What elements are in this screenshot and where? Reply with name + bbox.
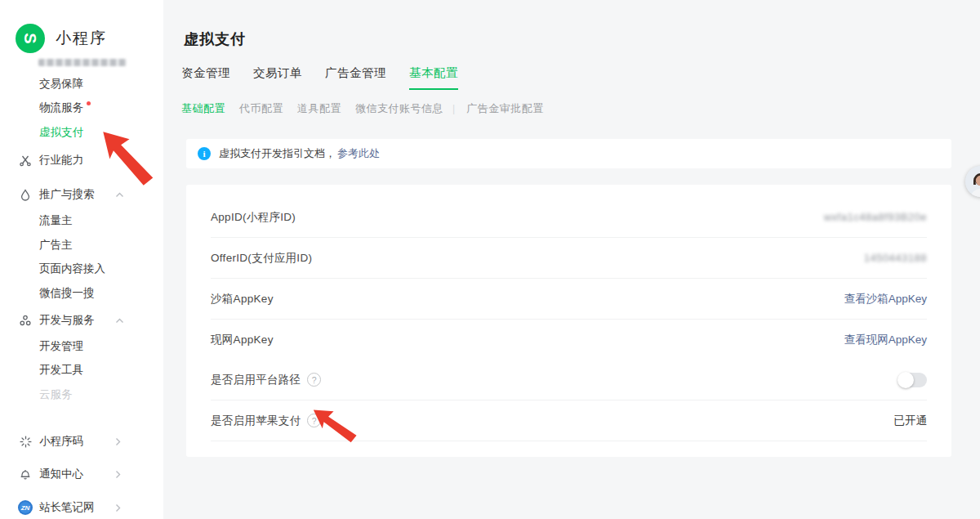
subtab-bar: 基础配置 代币配置 道具配置 微信支付账号信息 | 广告金审批配置 <box>181 101 558 116</box>
sidebar-item-logistics[interactable]: 物流服务 <box>0 96 163 119</box>
sidebar-item-obscured[interactable] <box>38 59 127 66</box>
tab-transaction-orders[interactable]: 交易订单 <box>253 65 302 90</box>
production-appkey-label: 现网AppKey <box>211 333 274 347</box>
config-card: AppID(小程序ID) wxfa1c48a8f93B20e OfferID(支… <box>186 185 951 457</box>
row-sandbox-appkey: 沙箱AppKey 查看沙箱AppKey <box>211 279 927 320</box>
app-logo-row: S 小程序 <box>16 24 107 53</box>
app-title: 小程序 <box>56 28 107 49</box>
chevron-up-icon[interactable] <box>115 192 124 198</box>
row-apple-pay: 是否启用苹果支付 ? 已开通 <box>211 400 927 441</box>
page-title: 虚拟支付 <box>184 29 246 49</box>
subtab-basic-config[interactable]: 基础配置 <box>181 101 225 116</box>
sidebar-item-dev-services[interactable]: 开发与服务 <box>0 309 163 332</box>
tab-bar: 资金管理 交易订单 广告金管理 基本配置 <box>181 65 481 90</box>
chevron-right-icon <box>115 470 121 479</box>
bell-icon <box>18 467 33 481</box>
sidebar-item-industry-capability[interactable]: 行业能力 <box>0 149 163 172</box>
sidebar-item-promotion-search[interactable]: 推广与搜索 <box>0 183 163 206</box>
svg-text:ZN: ZN <box>20 504 30 512</box>
subtab-divider: | <box>452 103 455 114</box>
help-icon[interactable]: ? <box>307 373 321 387</box>
mini-program-logo-icon: S <box>16 24 45 53</box>
appid-value: wxfa1c48a8f93B20e <box>824 211 927 223</box>
industry-icon <box>18 153 33 168</box>
tab-funds-management[interactable]: 资金管理 <box>181 65 230 90</box>
zn-site-logo-icon: ZN <box>18 500 33 515</box>
offerid-label: OfferID(支付应用ID) <box>211 251 312 266</box>
info-icon: i <box>198 147 211 160</box>
sidebar-item-virtual-payment[interactable]: 虚拟支付 <box>0 121 163 144</box>
banner-text: 虚拟支付开发指引文档， <box>219 146 336 161</box>
tab-ad-funds-management[interactable]: 广告金管理 <box>325 65 386 90</box>
apple-pay-label: 是否启用苹果支付 <box>211 414 301 428</box>
apple-pay-status: 已开通 <box>894 414 928 428</box>
sandbox-appkey-label: 沙箱AppKey <box>211 292 274 306</box>
sidebar-item-zn-site[interactable]: ZN 站长笔记网 <box>0 496 163 519</box>
chevron-right-icon <box>115 437 121 446</box>
sidebar-item-dev-tools[interactable]: 开发工具 <box>0 359 163 382</box>
mini-program-console: { "app": { "logo_title": "小程序" }, "sideb… <box>0 0 980 519</box>
view-production-appkey-link[interactable]: 查看现网AppKey <box>844 333 927 347</box>
sidebar-item-traffic-owner[interactable]: 流量主 <box>0 209 163 232</box>
sidebar-item-trade-guarantee[interactable]: 交易保障 <box>0 73 163 96</box>
chevron-right-icon <box>115 503 121 512</box>
subtab-token-config[interactable]: 代币配置 <box>239 101 283 116</box>
sidebar: S 小程序 交易保障 物流服务 虚拟支付 行业能力 推广与搜索 <box>0 0 163 519</box>
sidebar-item-notification-center[interactable]: 通知中心 <box>0 463 163 485</box>
sidebar-item-page-content-access[interactable]: 页面内容接入 <box>0 257 163 280</box>
row-production-appkey: 现网AppKey 查看现网AppKey <box>211 320 927 360</box>
banner-reference-link[interactable]: 参考此处 <box>337 146 380 161</box>
promotion-icon <box>18 187 33 202</box>
row-platform-path: 是否启用平台路径 ? <box>211 360 927 400</box>
mini-code-icon <box>18 434 33 449</box>
toggle-knob <box>898 372 914 388</box>
view-sandbox-appkey-link[interactable]: 查看沙箱AppKey <box>844 292 927 306</box>
appid-label: AppID(小程序ID) <box>211 210 296 225</box>
row-offerid: OfferID(支付应用ID) 1450443188 <box>211 238 927 279</box>
subtab-ad-funds-approval-config[interactable]: 广告金审批配置 <box>466 101 544 116</box>
row-appid: AppID(小程序ID) wxfa1c48a8f93B20e <box>211 197 927 238</box>
subtab-item-config[interactable]: 道具配置 <box>297 101 341 116</box>
sidebar-item-wechat-search[interactable]: 微信搜一搜 <box>0 282 163 305</box>
red-dot-badge <box>87 101 91 105</box>
sidebar-item-advertiser[interactable]: 广告主 <box>0 234 163 257</box>
dev-services-icon <box>18 313 33 328</box>
sidebar-item-mini-code[interactable]: 小程序码 <box>0 430 163 453</box>
info-banner: i 虚拟支付开发指引文档， 参考此处 <box>186 139 951 168</box>
platform-path-label: 是否启用平台路径 <box>211 373 301 387</box>
tab-basic-config[interactable]: 基本配置 <box>409 65 458 90</box>
sidebar-item-cloud-service[interactable]: 云服务 <box>0 383 163 406</box>
help-icon[interactable]: ? <box>307 414 321 427</box>
subtab-wechatpay-account-info[interactable]: 微信支付账号信息 <box>355 101 443 116</box>
offerid-value: 1450443188 <box>864 252 927 264</box>
platform-path-toggle[interactable] <box>898 373 927 387</box>
sidebar-item-dev-management[interactable]: 开发管理 <box>0 335 163 358</box>
main-content: 虚拟支付 资金管理 交易订单 广告金管理 基本配置 基础配置 代币配置 道具配置… <box>163 0 980 519</box>
chevron-up-icon[interactable] <box>115 318 124 324</box>
